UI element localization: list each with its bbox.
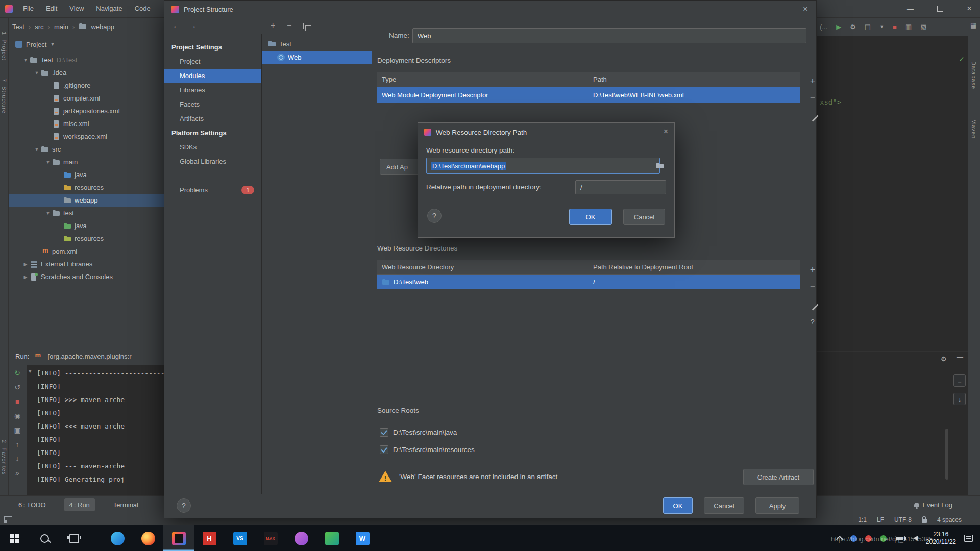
caret-position[interactable]: 1:1	[858, 516, 867, 523]
help-icon[interactable]: ?	[806, 316, 819, 328]
nav-item-artifacts[interactable]: Artifacts	[164, 112, 261, 126]
chevron-down-icon[interactable]: ▼	[33, 147, 41, 152]
source-root-row[interactable]: D:\Test\src\main\java	[380, 428, 457, 437]
nav-item-global-libraries[interactable]: Global Libraries	[164, 155, 261, 169]
task-view-button[interactable]	[59, 525, 89, 551]
browse-folder-icon[interactable]	[656, 162, 664, 170]
start-button[interactable]	[0, 525, 30, 551]
run-icon[interactable]: ▶	[836, 23, 841, 31]
taskbar-app-red[interactable]: H	[194, 525, 225, 551]
nav-item-problems[interactable]: Problems 1	[164, 183, 261, 197]
apply-button[interactable]: Apply	[755, 497, 799, 514]
tree-item-test-root[interactable]: ▼ Test D:\Test	[8, 54, 164, 66]
snapshot-icon[interactable]: ▣	[14, 426, 20, 434]
scroll-up-icon[interactable]: ↑	[16, 440, 19, 448]
stop-icon[interactable]: ■	[893, 23, 897, 31]
notification-center-icon[interactable]	[964, 535, 973, 542]
tree-item-idea[interactable]: ▼ .idea	[8, 66, 164, 79]
tab-todo[interactable]: 6: TODO	[13, 498, 51, 511]
help-button[interactable]: ?	[427, 209, 442, 223]
menu-edit[interactable]: Edit	[40, 0, 63, 17]
taskbar-app-green[interactable]	[316, 525, 347, 551]
tab-terminal[interactable]: Terminal	[108, 498, 143, 511]
run-config-text[interactable]: (...	[820, 23, 827, 31]
taskbar-app-max[interactable]: MAX	[255, 525, 286, 551]
checkbox-checked-icon[interactable]	[380, 428, 388, 437]
tree-item-jarrepositories-xml[interactable]: jarRepositories.xml	[8, 105, 164, 117]
tool-stripe-favorites[interactable]: 2: Favorites	[1, 440, 7, 475]
tree-item-src[interactable]: ▼ src	[8, 143, 164, 156]
tree-item-compiler-xml[interactable]: compiler.xml	[8, 92, 164, 105]
tree-item-workspace-xml[interactable]: workspace.xml	[8, 130, 164, 143]
back-icon[interactable]: ←	[173, 21, 180, 30]
editor-scrollbar[interactable]	[945, 429, 948, 480]
tool-stripe-structure[interactable]: 7: Structure	[1, 79, 7, 114]
edit-icon[interactable]	[808, 299, 821, 312]
nav-item-libraries[interactable]: Libraries	[164, 83, 261, 97]
taskbar-app-purple[interactable]	[286, 525, 316, 551]
module-root[interactable]: Test	[262, 37, 372, 51]
modal-title-bar[interactable]: Web Resource Directory Path	[418, 123, 674, 141]
name-input[interactable]: Web	[412, 28, 806, 43]
battery-icon[interactable]	[895, 536, 905, 541]
run-tab[interactable]: [org.apache.maven.plugins:r	[47, 353, 131, 360]
tree-item-test[interactable]: ▼ test	[8, 207, 164, 219]
web-resource-directories-table[interactable]: Web Resource Directory Path Relative to …	[377, 260, 800, 398]
breadcrumb-src[interactable]: src	[35, 23, 43, 31]
volume-icon[interactable]	[913, 536, 918, 541]
add-icon[interactable]: +	[271, 21, 275, 30]
stop-icon[interactable]: ■	[15, 397, 19, 406]
path-input[interactable]: D:\Test\src\main\webapp	[426, 158, 660, 174]
nav-item-modules[interactable]: Modules	[164, 69, 261, 83]
stripe-icon[interactable]: ▦	[970, 21, 976, 29]
settings-icon[interactable]: ⚙	[850, 23, 856, 31]
tree-item-main[interactable]: ▼ main	[8, 156, 164, 168]
tray-green-icon[interactable]	[880, 535, 887, 542]
tool-windows-icon[interactable]	[4, 516, 12, 523]
close-icon[interactable]: ×	[664, 127, 668, 136]
layout2-icon[interactable]: ▧	[920, 23, 926, 31]
tree-item-pom-xml[interactable]: pom.xml	[8, 245, 164, 258]
taskbar-app-vscode[interactable]: VS	[225, 525, 255, 551]
tab-run[interactable]: 4: Run	[64, 498, 95, 511]
editor-code-fragment[interactable]: xsd">	[820, 98, 841, 106]
event-log-button[interactable]: Event Log	[914, 501, 952, 509]
minimize-icon[interactable]: —	[907, 5, 914, 13]
copy-icon[interactable]	[303, 23, 309, 29]
help-button[interactable]: ?	[177, 498, 191, 513]
remove-icon[interactable]: −	[806, 281, 819, 293]
ok-button[interactable]: OK	[663, 497, 693, 514]
relative-path-input[interactable]: /	[575, 180, 666, 194]
chevron-right-icon[interactable]: ▶	[21, 274, 30, 280]
taskbar-app-firefox[interactable]	[133, 525, 163, 551]
breadcrumb-webapp[interactable]: webapp	[91, 23, 114, 31]
remove-icon[interactable]: −	[806, 92, 819, 104]
tool-stripe-project[interactable]: 1: Project	[1, 32, 7, 60]
soft-wrap-icon[interactable]: ≡	[953, 374, 966, 387]
tree-item-main-java[interactable]: java	[8, 168, 164, 181]
pin-icon[interactable]: ◉	[14, 412, 20, 420]
chevron-down-icon[interactable]: ▼	[21, 58, 30, 63]
close-icon[interactable]: ×	[803, 4, 808, 14]
tray-expand-icon[interactable]	[836, 536, 843, 543]
nav-item-sdks[interactable]: SDKs	[164, 140, 261, 155]
column-path[interactable]: Path	[589, 72, 611, 87]
chevron-down-icon[interactable]: ▼	[879, 24, 884, 29]
tree-item-misc-xml[interactable]: misc.xml	[8, 117, 164, 130]
tree-item-webapp[interactable]: webapp	[8, 194, 164, 207]
hide-panel-icon[interactable]: —	[957, 353, 963, 361]
taskbar-app-intellij[interactable]	[163, 525, 194, 551]
chevron-right-icon[interactable]: ▶	[21, 262, 30, 267]
tree-item-main-resources[interactable]: resources	[8, 181, 164, 194]
scroll-to-end-icon[interactable]: ↓	[953, 393, 966, 405]
maximize-icon[interactable]	[937, 6, 943, 12]
dialog-title-bar[interactable]: Project Structure	[164, 1, 816, 18]
rerun-failed-icon[interactable]: ↺	[14, 383, 20, 391]
chevron-down-icon[interactable]: ▼	[50, 42, 55, 47]
run-console[interactable]: ▼ [INFO] -------------------------- [INF…	[27, 365, 164, 496]
ok-button[interactable]: OK	[569, 209, 612, 225]
rerun-icon[interactable]: ↻	[14, 369, 20, 377]
tree-item-test-java[interactable]: java	[8, 219, 164, 232]
taskbar-app-wps[interactable]: W	[347, 525, 378, 551]
add-icon[interactable]: +	[806, 264, 819, 276]
